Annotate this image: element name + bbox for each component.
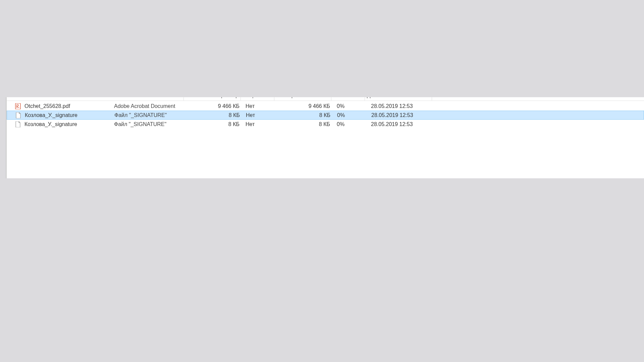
cell-name: Otchet_255628.pdf bbox=[7, 103, 114, 110]
column-header-packed[interactable]: Сжатый размер bbox=[184, 97, 241, 101]
cell-protection: Нет bbox=[241, 103, 275, 109]
svg-rect-0 bbox=[15, 103, 20, 109]
cell-type: Файл "_SIGNATURE" bbox=[114, 112, 185, 118]
cell-date: 28.05.2019 12:53 bbox=[366, 112, 433, 118]
table-row[interactable]: Козлова_У._signatureФайл "_SIGNATURE"8 К… bbox=[7, 111, 644, 120]
cell-size: 8 КБ bbox=[275, 112, 332, 118]
generic-file-icon bbox=[14, 121, 21, 128]
cell-ratio: 0% bbox=[332, 121, 366, 127]
file-rows: Otchet_255628.pdfAdobe Acrobat Document9… bbox=[7, 101, 644, 129]
column-header-size[interactable]: Размер bbox=[274, 97, 331, 101]
file-name: Козлова_У._signature bbox=[24, 121, 77, 127]
cell-size: 9 466 КБ bbox=[275, 103, 332, 109]
cell-protection: Нет bbox=[241, 121, 275, 127]
column-header-name[interactable]: Имя bbox=[13, 97, 113, 101]
column-header-ratio[interactable]: Сжатие bbox=[331, 97, 365, 101]
cell-date: 28.05.2019 12:53 bbox=[366, 103, 433, 109]
generic-file-icon bbox=[15, 112, 21, 119]
cell-packed-size: 8 КБ bbox=[185, 112, 242, 118]
cell-packed-size: 8 КБ bbox=[184, 121, 241, 127]
column-header-date[interactable]: Дата изменения bbox=[365, 97, 432, 101]
cell-date: 28.05.2019 12:53 bbox=[366, 121, 433, 127]
cell-type: Adobe Acrobat Document bbox=[114, 103, 184, 109]
cell-name: Козлова_У._signature bbox=[7, 121, 114, 128]
column-header-row: Имя Тип Сжатый размер Защита па… Размер … bbox=[7, 97, 644, 101]
cell-name: Козлова_У._signature bbox=[7, 112, 114, 119]
file-name: Otchet_255628.pdf bbox=[24, 103, 70, 109]
cell-size: 8 КБ bbox=[275, 121, 332, 127]
cell-ratio: 0% bbox=[332, 112, 366, 118]
archive-file-list: Имя Тип Сжатый размер Защита па… Размер … bbox=[6, 97, 644, 178]
file-name: Козлова_У._signature bbox=[25, 112, 77, 118]
cell-protection: Нет bbox=[242, 112, 275, 118]
table-row[interactable]: Козлова_У._signatureФайл "_SIGNATURE"8 К… bbox=[7, 120, 644, 129]
column-header-type[interactable]: Тип bbox=[113, 97, 184, 101]
table-row[interactable]: Otchet_255628.pdfAdobe Acrobat Document9… bbox=[7, 102, 644, 111]
cell-packed-size: 9 466 КБ bbox=[184, 103, 241, 109]
column-header-protection[interactable]: Защита па… bbox=[241, 97, 274, 101]
pdf-file-icon bbox=[14, 103, 21, 110]
cell-ratio: 0% bbox=[332, 103, 366, 109]
cell-type: Файл "_SIGNATURE" bbox=[114, 121, 184, 127]
